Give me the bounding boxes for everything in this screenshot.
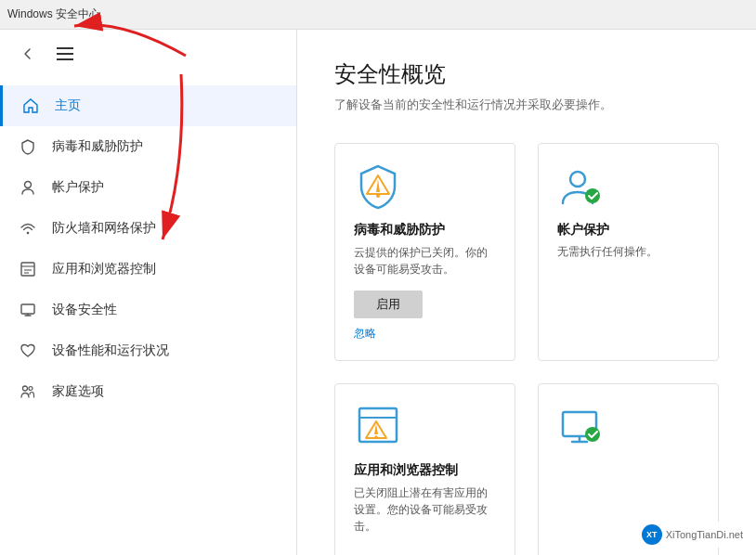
account-protection-card: 帐户保护 无需执行任何操作。 — [538, 143, 719, 361]
svg-point-0 — [25, 182, 32, 188]
family-icon — [19, 382, 37, 401]
account-ok-icon — [557, 162, 606, 211]
sidebar-item-device[interactable]: 设备安全性 — [0, 290, 296, 330]
sidebar-item-virus-label: 病毒和威胁防护 — [52, 138, 143, 155]
svg-point-24 — [585, 427, 600, 442]
svg-rect-6 — [21, 304, 34, 314]
svg-point-1 — [27, 232, 30, 235]
watermark-logo-text: XT — [646, 530, 658, 539]
right-panel: 安全性概览 了解设备当前的安全性和运行情况并采取必要操作。 病毒和威胁防护 云 — [297, 30, 756, 555]
sidebar-top — [0, 30, 296, 78]
sidebar-item-account-label: 帐户保护 — [52, 179, 104, 196]
back-button[interactable] — [15, 41, 41, 67]
page-subtitle: 了解设备当前的安全性和运行情况并采取必要操作。 — [334, 97, 719, 113]
account-card-status: 无需执行任何操作。 — [557, 244, 699, 260]
home-icon — [21, 97, 40, 115]
virus-card-title: 病毒和威胁防护 — [354, 222, 496, 239]
app-warning-icon — [354, 403, 402, 451]
app-card-desc: 已关闭阻止潜在有害应用的设置。您的设备可能易受攻击。 — [354, 484, 496, 535]
sidebar-item-virus[interactable]: 病毒和威胁防护 — [0, 126, 296, 167]
device-ok-icon — [557, 403, 606, 451]
main-window: Windows 安全中心 — [0, 0, 756, 555]
sidebar-item-home[interactable]: 主页 — [0, 85, 296, 126]
device-icon — [19, 301, 37, 319]
ignore-link[interactable]: 忽略 — [354, 326, 496, 342]
hamburger-button[interactable] — [52, 41, 78, 67]
sidebar-item-performance[interactable]: 设备性能和运行状况 — [0, 330, 296, 371]
enable-button[interactable]: 启用 — [354, 290, 423, 318]
hamburger-line-2 — [57, 53, 73, 55]
svg-point-15 — [585, 188, 600, 203]
sidebar-item-account[interactable]: 帐户保护 — [0, 167, 296, 208]
shield-warning-icon — [354, 162, 402, 211]
heart-icon — [19, 342, 37, 360]
nav-items: 主页 病毒和威胁防护 — [0, 85, 296, 412]
page-title: 安全性概览 — [334, 59, 719, 89]
watermark-logo: XT — [642, 524, 662, 545]
svg-marker-11 — [376, 179, 380, 192]
hamburger-line-1 — [57, 47, 73, 49]
sidebar-item-device-label: 设备安全性 — [52, 302, 117, 318]
account-card-title: 帐户保护 — [557, 222, 699, 239]
sidebar: 主页 病毒和威胁防护 — [0, 30, 297, 555]
svg-rect-2 — [21, 263, 34, 276]
sidebar-item-firewall[interactable]: 防火墙和网络保护 — [0, 208, 296, 249]
wifi-icon — [19, 219, 37, 238]
title-bar: Windows 安全中心 — [0, 0, 756, 30]
svg-point-14 — [570, 172, 585, 187]
svg-point-10 — [29, 387, 33, 391]
sidebar-item-performance-label: 设备性能和运行状况 — [52, 342, 169, 359]
virus-protection-card: 病毒和威胁防护 云提供的保护已关闭。你的设备可能易受攻击。 启用 忽略 — [334, 143, 515, 361]
sidebar-item-app[interactable]: 应用和浏览器控制 — [0, 249, 296, 290]
app-icon — [19, 260, 37, 278]
app-control-card: 应用和浏览器控制 已关闭阻止潜在有害应用的设置。您的设备可能易受攻击。 — [334, 383, 515, 555]
title-bar-text: Windows 安全中心 — [7, 6, 100, 22]
shield-icon — [19, 137, 37, 156]
sidebar-item-home-label: 主页 — [55, 97, 81, 114]
svg-point-9 — [23, 386, 28, 391]
sidebar-item-family-label: 家庭选项 — [52, 383, 104, 400]
account-icon — [19, 178, 37, 197]
watermark: XT XiTongTianDi.net — [636, 522, 749, 548]
sidebar-item-firewall-label: 防火墙和网络保护 — [52, 220, 156, 237]
virus-card-desc: 云提供的保护已关闭。你的设备可能易受攻击。 — [354, 244, 496, 278]
hamburger-line-3 — [57, 58, 73, 60]
app-card-title: 应用和浏览器控制 — [354, 462, 496, 479]
main-content: 主页 病毒和威胁防护 — [0, 30, 756, 555]
cards-grid: 病毒和威胁防护 云提供的保护已关闭。你的设备可能易受攻击。 启用 忽略 — [334, 143, 719, 555]
sidebar-item-family[interactable]: 家庭选项 — [0, 371, 296, 412]
watermark-text: XiTongTianDi.net — [666, 529, 743, 540]
sidebar-item-app-label: 应用和浏览器控制 — [52, 261, 156, 278]
